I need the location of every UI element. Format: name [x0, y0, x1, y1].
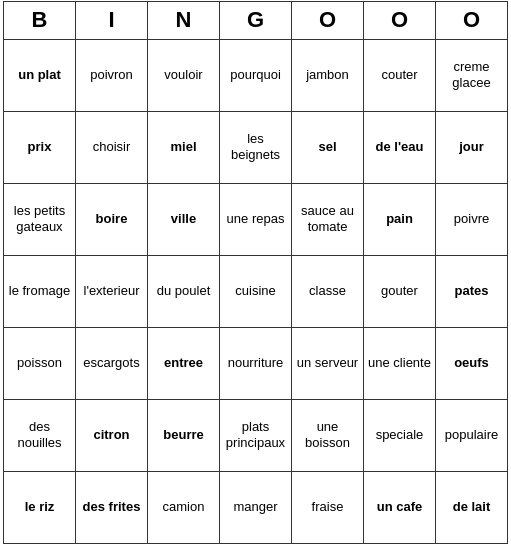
table-cell: nourriture	[220, 327, 292, 399]
table-row: prixchoisirmielles beignetsselde l'eaujo…	[4, 111, 508, 183]
table-cell: des nouilles	[4, 399, 76, 471]
header-cell: B	[4, 1, 76, 39]
table-cell: prix	[4, 111, 76, 183]
table-cell: pates	[436, 255, 508, 327]
table-cell: speciale	[364, 399, 436, 471]
table-cell: jambon	[292, 39, 364, 111]
table-cell: vouloir	[148, 39, 220, 111]
table-cell: poisson	[4, 327, 76, 399]
table-cell: escargots	[76, 327, 148, 399]
table-cell: poivron	[76, 39, 148, 111]
table-cell: jour	[436, 111, 508, 183]
table-cell: poivre	[436, 183, 508, 255]
header-cell: O	[364, 1, 436, 39]
table-cell: boire	[76, 183, 148, 255]
table-row: les petits gateauxboirevilleune repassau…	[4, 183, 508, 255]
table-cell: plats principaux	[220, 399, 292, 471]
table-cell: populaire	[436, 399, 508, 471]
table-cell: creme glacee	[436, 39, 508, 111]
table-cell: cuisine	[220, 255, 292, 327]
table-cell: manger	[220, 471, 292, 543]
header-cell: O	[292, 1, 364, 39]
header-row: BINGOOO	[4, 1, 508, 39]
header-cell: G	[220, 1, 292, 39]
table-cell: un cafe	[364, 471, 436, 543]
table-cell: des frites	[76, 471, 148, 543]
table-cell: un plat	[4, 39, 76, 111]
table-cell: oeufs	[436, 327, 508, 399]
header-cell: I	[76, 1, 148, 39]
header-cell: O	[436, 1, 508, 39]
header-cell: N	[148, 1, 220, 39]
table-row: le fromagel'exterieurdu pouletcuisinecla…	[4, 255, 508, 327]
table-cell: sel	[292, 111, 364, 183]
table-cell: les beignets	[220, 111, 292, 183]
table-cell: beurre	[148, 399, 220, 471]
bingo-card: BINGOOO un platpoivronvouloirpourquoijam…	[3, 1, 508, 544]
table-cell: miel	[148, 111, 220, 183]
table-cell: une boisson	[292, 399, 364, 471]
table-cell: une cliente	[364, 327, 436, 399]
table-cell: une repas	[220, 183, 292, 255]
table-cell: de lait	[436, 471, 508, 543]
table-cell: citron	[76, 399, 148, 471]
table-cell: sauce au tomate	[292, 183, 364, 255]
table-cell: le riz	[4, 471, 76, 543]
table-cell: de l'eau	[364, 111, 436, 183]
table-cell: entree	[148, 327, 220, 399]
table-cell: fraise	[292, 471, 364, 543]
table-body: un platpoivronvouloirpourquoijamboncoute…	[4, 39, 508, 543]
table-cell: choisir	[76, 111, 148, 183]
table-cell: l'exterieur	[76, 255, 148, 327]
table-cell: gouter	[364, 255, 436, 327]
table-cell: pourquoi	[220, 39, 292, 111]
table-cell: le fromage	[4, 255, 76, 327]
table-row: poissonescargotsentreenourritureun serve…	[4, 327, 508, 399]
table-cell: du poulet	[148, 255, 220, 327]
table-row: un platpoivronvouloirpourquoijamboncoute…	[4, 39, 508, 111]
table-row: le rizdes fritescamionmangerfraiseun caf…	[4, 471, 508, 543]
table-cell: camion	[148, 471, 220, 543]
table-cell: pain	[364, 183, 436, 255]
table-cell: ville	[148, 183, 220, 255]
table-cell: un serveur	[292, 327, 364, 399]
table-cell: classe	[292, 255, 364, 327]
table-cell: couter	[364, 39, 436, 111]
table-cell: les petits gateaux	[4, 183, 76, 255]
table-row: des nouillescitronbeurreplats principaux…	[4, 399, 508, 471]
